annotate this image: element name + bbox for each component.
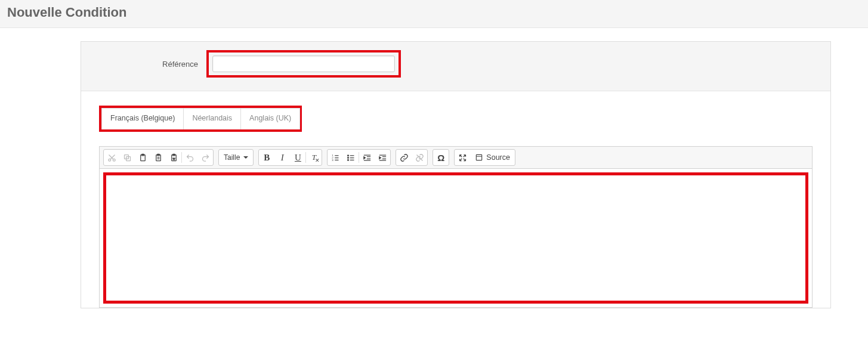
numbered-list-icon[interactable]: 123 [328,150,343,165]
svg-point-1 [113,159,115,161]
tab-french-belgium[interactable]: Français (Belgique) [101,108,184,129]
language-tabs: Français (Belgique) Néerlandais Anglais … [101,108,299,129]
unlink-icon[interactable] [412,150,427,165]
italic-button[interactable]: I [274,150,290,165]
source-icon [475,153,483,162]
text-style-group: B I U T✕ [258,149,322,166]
clipboard-group [103,149,214,166]
rich-text-editor: Taille B I U T✕ 123 [99,146,813,308]
link-icon[interactable] [396,150,412,165]
font-size-select[interactable]: Taille [218,149,254,166]
svg-text:3: 3 [332,158,333,161]
maximize-icon[interactable] [455,150,470,165]
tab-english-uk[interactable]: Anglais (UK) [240,108,300,129]
form-panel: Référence Français (Belgique) Néerlandai… [81,41,831,308]
reference-highlight [206,50,401,78]
remove-format-button[interactable]: T✕ [306,150,322,165]
outdent-icon[interactable] [359,150,375,165]
indent-icon[interactable] [375,150,390,165]
svg-rect-16 [477,154,482,160]
reference-input[interactable] [212,55,395,72]
page-title: Nouvelle Condition [7,5,861,20]
editor-content-highlight[interactable] [103,172,808,304]
paste-text-icon[interactable] [150,150,166,165]
underline-button[interactable]: U [290,150,305,165]
view-group: Source [454,149,515,166]
svg-point-14 [347,157,348,158]
redo-icon[interactable] [197,150,213,165]
copy-icon[interactable] [119,150,135,165]
language-tabs-area: Français (Belgique) Néerlandais Anglais … [81,91,830,132]
link-group [396,149,428,166]
content: Référence Français (Belgique) Néerlandai… [0,28,868,308]
chevron-down-icon [243,156,248,159]
cut-icon[interactable] [104,150,119,165]
undo-icon[interactable] [182,150,197,165]
bullet-list-icon[interactable] [343,150,359,165]
tab-dutch[interactable]: Néerlandais [183,108,241,129]
svg-point-13 [347,154,348,156]
svg-point-0 [108,159,110,161]
svg-point-15 [347,159,348,160]
bold-button[interactable]: B [259,150,274,165]
special-char-group: Ω [433,149,449,166]
paste-icon[interactable] [135,150,150,165]
paste-word-icon[interactable] [166,150,181,165]
list-indent-group: 123 [327,149,391,166]
page-header: Nouvelle Condition [0,0,868,28]
editor-toolbar: Taille B I U T✕ 123 [100,147,812,169]
source-label: Source [486,153,510,162]
reference-row: Référence [81,42,830,91]
special-char-icon[interactable]: Ω [433,150,449,165]
font-size-label: Taille [224,153,240,162]
reference-label: Référence [87,60,206,69]
editor-body [100,169,812,307]
source-button[interactable]: Source [470,150,515,165]
tabs-highlight: Français (Belgique) Néerlandais Anglais … [99,106,302,132]
